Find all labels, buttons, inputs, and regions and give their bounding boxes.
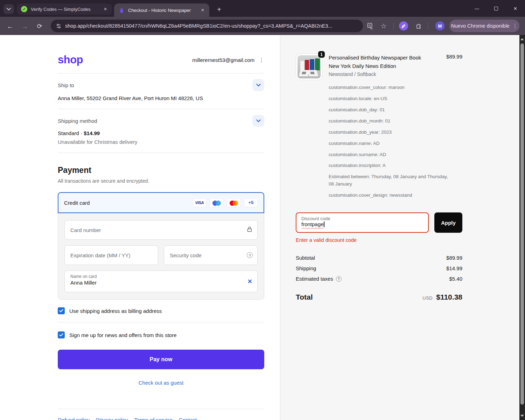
- customisation-line: customisation.surname: AD: [329, 151, 462, 159]
- text-cursor: [324, 222, 324, 227]
- shipping-method-name: Standard: [58, 130, 79, 136]
- shipping-method-note: Unavailable for Christmas delivery: [58, 139, 264, 145]
- tab-simplycodes[interactable]: ✓ Verify Codes — SimplyCodes ✕: [17, 4, 112, 15]
- newsletter-checkbox-row[interactable]: Sign me up for news and offers from this…: [58, 331, 264, 338]
- tab-checkout-active[interactable]: Checkout - Historic Newspaper ✕: [114, 4, 209, 17]
- total-value: $110.38: [436, 293, 462, 301]
- tab-search-button[interactable]: [4, 4, 14, 14]
- check-icon: [59, 309, 63, 313]
- terms-of-service-link[interactable]: Terms of service: [134, 417, 173, 420]
- order-summary-pane: 1 Personalised Birthday Newspaper Book N…: [280, 35, 519, 420]
- ship-to-label: Ship to: [58, 82, 74, 88]
- taxes-label: Estimated taxes: [296, 276, 333, 282]
- close-window-button[interactable]: ✕: [506, 0, 525, 17]
- tab-close-icon[interactable]: ✕: [102, 6, 108, 12]
- profile-avatar[interactable]: M: [435, 21, 444, 30]
- scrollbar-thumb[interactable]: [520, 43, 524, 405]
- simplycodes-favicon-icon: ✓: [21, 6, 27, 12]
- refund-policy-link[interactable]: Refund policy: [58, 417, 90, 420]
- subtotal-value: $89.99: [446, 255, 462, 261]
- url-bar[interactable]: shop.app/checkout/82854150477/cn/hWN6qLZ…: [51, 20, 363, 32]
- newsletter-checkbox-checked[interactable]: [58, 331, 65, 338]
- restore-icon: [494, 7, 498, 10]
- taxes-help-icon[interactable]: ?: [336, 276, 342, 282]
- ship-to-expand-button[interactable]: [252, 79, 264, 91]
- checkout-form-pane: shop millerernest53@gmail.com ⋮ Ship to …: [0, 35, 280, 420]
- privacy-policy-link[interactable]: Privacy policy: [96, 417, 128, 420]
- back-button[interactable]: ←: [5, 21, 15, 31]
- shipping-address: Anna Miller, 55202 Grand River Ave, Port…: [58, 95, 264, 101]
- chrome-update-button[interactable]: Nuevo Chrome disponible ⋮: [449, 20, 519, 32]
- reload-button[interactable]: ⟳: [34, 21, 45, 31]
- account-email: millerernest53@gmail.com: [192, 57, 254, 63]
- subtotal-label: Subtotal: [296, 255, 315, 261]
- credit-card-form: ? Name on card ✕: [58, 213, 264, 300]
- total-label: Total: [296, 293, 313, 301]
- scroll-up-icon[interactable]: [519, 36, 525, 42]
- simplycodes-extension-icon[interactable]: [399, 21, 408, 30]
- account-menu-kebab-icon[interactable]: ⋮: [259, 57, 264, 63]
- bookmark-star-icon[interactable]: ☆: [379, 22, 388, 30]
- discount-code-value[interactable]: frontpage: [301, 221, 323, 227]
- page-scrollbar[interactable]: [519, 35, 525, 420]
- minimize-button[interactable]: —: [467, 0, 486, 17]
- estimated-delivery-line: Estimated between: Thursday, 08 January …: [329, 173, 451, 188]
- toolbar-separator: [393, 22, 394, 29]
- payment-subtitle: All transactions are secure and encrypte…: [58, 178, 264, 184]
- divider: [58, 322, 264, 322]
- customisation-line: customisation.name: AD: [329, 140, 462, 147]
- browser-chrome: ✓ Verify Codes — SimplyCodes ✕ Checkout …: [0, 0, 525, 35]
- discount-code-field-error[interactable]: Discount code frontpage: [296, 212, 429, 233]
- shipping-method-label: Shipping method: [58, 118, 97, 124]
- chevron-down-icon: [256, 119, 261, 122]
- restore-button[interactable]: [486, 0, 506, 17]
- discount-error-message: Enter a valid discount code: [296, 237, 462, 243]
- divider: [58, 409, 264, 409]
- card-number-input[interactable]: [64, 220, 258, 240]
- mastercard-icon: [227, 198, 241, 207]
- discount-row: Discount code frontpage Apply: [296, 212, 462, 233]
- site-settings-icon[interactable]: [56, 23, 62, 29]
- shipping-total-value: $14.99: [446, 265, 462, 271]
- tab-close-icon[interactable]: ✕: [200, 7, 206, 13]
- order-totals: Subtotal $89.99 Shipping $14.99 Estimate…: [296, 255, 462, 301]
- chrome-update-label: Nuevo Chrome disponible: [451, 23, 510, 29]
- shipping-total-label: Shipping: [296, 265, 316, 271]
- more-cards-badge: +5: [244, 198, 258, 207]
- toolbar-separator: [428, 22, 428, 29]
- chrome-menu-kebab-icon[interactable]: ⋮: [512, 23, 518, 29]
- billing-checkbox-checked[interactable]: [58, 307, 65, 314]
- apply-discount-button[interactable]: Apply: [434, 212, 462, 233]
- shipping-method-separator: ·: [80, 130, 82, 136]
- chevron-down-icon: [256, 84, 261, 87]
- translate-icon[interactable]: G: [366, 22, 374, 30]
- tab-title: Checkout - Historic Newspaper: [128, 8, 197, 13]
- shipping-method-value: Standard · $14.99: [58, 130, 264, 136]
- checkout-page: shop millerernest53@gmail.com ⋮ Ship to …: [0, 35, 519, 420]
- discount-code-label: Discount code: [301, 216, 423, 221]
- extensions-puzzle-icon[interactable]: [414, 22, 423, 30]
- checkout-as-guest-link[interactable]: Check out as guest: [58, 380, 264, 386]
- customisation-line: customisation.inscription: A: [329, 162, 462, 169]
- name-on-card-input[interactable]: [70, 279, 241, 286]
- product-title-line2: New York Daily News Edition: [329, 62, 442, 70]
- billing-address-checkbox-row[interactable]: Use shipping address as billing address: [58, 307, 264, 314]
- pay-now-button[interactable]: Pay now: [58, 350, 264, 369]
- new-tab-button[interactable]: +: [214, 5, 224, 14]
- currency-code: USD: [422, 295, 433, 301]
- taxes-value: $5.40: [449, 276, 462, 282]
- expiry-input[interactable]: [64, 245, 158, 265]
- security-code-input[interactable]: [164, 245, 258, 265]
- scroll-down-icon[interactable]: [519, 413, 525, 419]
- name-on-card-field[interactable]: Name on card ✕: [64, 271, 258, 292]
- contact-link[interactable]: Contact: [179, 417, 197, 420]
- forward-button[interactable]: →: [20, 21, 30, 31]
- clear-name-icon[interactable]: ✕: [247, 278, 252, 285]
- product-title-line1: Personalised Birthday Newspaper Book: [329, 54, 442, 62]
- security-code-help-icon[interactable]: ?: [247, 252, 253, 258]
- order-line-item: 1 Personalised Birthday Newspaper Book N…: [296, 54, 462, 80]
- shipping-method-section: Shipping method Standard · $14.99 Unavai…: [58, 109, 264, 153]
- shipping-method-expand-button[interactable]: [252, 115, 264, 127]
- customisation-line: customisation.dob_year: 2023: [329, 129, 462, 136]
- credit-card-method-option[interactable]: Credit card VISA +5: [58, 192, 264, 213]
